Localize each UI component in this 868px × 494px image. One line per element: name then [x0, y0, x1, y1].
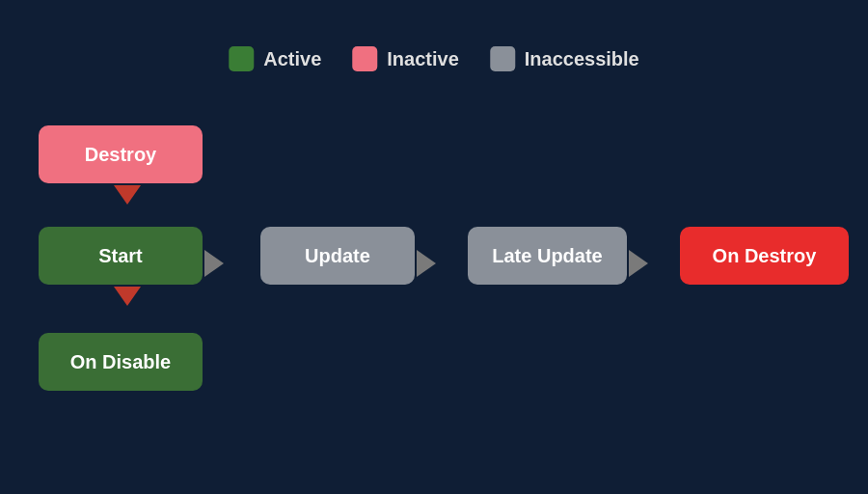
node-ondestroy: On Destroy	[680, 227, 849, 285]
legend: Active Inactive Inaccessible	[229, 46, 638, 71]
legend-label-inactive: Inactive	[387, 48, 458, 70]
node-destroy: Destroy	[39, 125, 203, 183]
legend-item-active: Active	[229, 46, 321, 71]
legend-label-active: Active	[263, 48, 321, 70]
arrow-destroy-to-start	[114, 185, 141, 205]
node-update: Update	[260, 227, 415, 285]
arrow-start-to-ondisable	[114, 287, 141, 306]
legend-item-inaccessible: Inaccessible	[490, 46, 639, 71]
legend-color-active	[229, 46, 254, 71]
legend-item-inactive: Inactive	[352, 46, 458, 71]
arrow-lateupdate-to-ondestroy	[629, 250, 648, 277]
arrow-start-to-update	[204, 250, 224, 277]
node-lateupdate: Late Update	[468, 227, 627, 285]
node-ondisable: On Disable	[39, 333, 203, 391]
legend-label-inaccessible: Inaccessible	[525, 48, 639, 70]
arrow-update-to-lateupdate	[417, 250, 436, 277]
legend-color-inaccessible	[490, 46, 515, 71]
node-start: Start	[39, 227, 203, 285]
legend-color-inactive	[352, 46, 377, 71]
